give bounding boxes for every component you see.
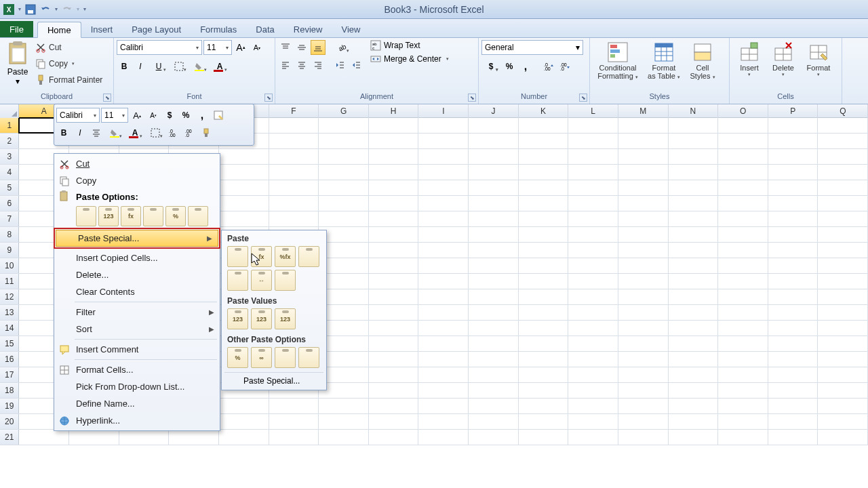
cell[interactable] <box>269 196 319 211</box>
mini-border-icon[interactable] <box>146 125 165 140</box>
cell[interactable] <box>568 180 618 195</box>
cell[interactable] <box>369 180 419 195</box>
cell[interactable] <box>669 243 719 258</box>
cell[interactable] <box>768 180 818 195</box>
ctx-sort[interactable]: Sort▶ <box>54 321 220 338</box>
mini-bold-icon[interactable]: B <box>56 125 71 140</box>
cell[interactable] <box>269 134 319 148</box>
cell[interactable] <box>818 367 868 382</box>
cell[interactable] <box>418 180 469 195</box>
cell[interactable] <box>418 336 469 351</box>
insert-cells-button[interactable]: Insert ▾ <box>732 40 766 79</box>
align-center-icon[interactable] <box>294 58 309 73</box>
cell[interactable] <box>418 414 469 429</box>
cell[interactable] <box>818 180 868 195</box>
cell[interactable] <box>669 321 719 336</box>
cell[interactable] <box>669 367 719 382</box>
row-header-17[interactable]: 17 <box>0 367 19 382</box>
cell[interactable] <box>469 227 519 242</box>
redo-icon[interactable] <box>61 3 73 16</box>
cell[interactable] <box>369 352 419 367</box>
cell[interactable] <box>469 399 519 413</box>
cell[interactable] <box>469 414 519 429</box>
select-all-corner[interactable] <box>0 104 19 118</box>
row-header-12[interactable]: 12 <box>0 289 19 304</box>
cell[interactable] <box>418 430 469 445</box>
format-painter-button[interactable]: Format Painter <box>35 73 102 87</box>
cell[interactable] <box>568 399 618 413</box>
format-as-table-button[interactable]: Format as Table ▾ <box>643 40 685 81</box>
mini-decrease-font-icon[interactable]: A▾ <box>146 108 161 123</box>
cell[interactable] <box>818 211 868 226</box>
sub-paste-special-dialog[interactable]: Paste Special... <box>224 372 323 388</box>
percent-format-icon[interactable]: % <box>502 59 517 74</box>
cell[interactable] <box>768 196 818 211</box>
align-top-icon[interactable] <box>278 40 293 55</box>
cell[interactable] <box>519 227 569 242</box>
column-header-M[interactable]: M <box>618 104 669 118</box>
cell[interactable] <box>369 430 419 445</box>
cell[interactable] <box>469 258 519 273</box>
cell[interactable] <box>718 227 768 242</box>
cell[interactable] <box>818 165 868 180</box>
cell[interactable] <box>618 367 669 382</box>
cell[interactable] <box>718 321 768 336</box>
cell[interactable] <box>618 243 669 258</box>
qat-customize[interactable]: ▾ <box>83 5 87 14</box>
bold-icon[interactable]: B <box>117 59 132 74</box>
increase-indent-icon[interactable] <box>349 58 363 73</box>
cell[interactable] <box>618 289 669 304</box>
cell[interactable] <box>519 118 569 133</box>
mini-italic-icon[interactable]: I <box>73 125 87 140</box>
cell[interactable] <box>618 118 669 133</box>
cell[interactable] <box>369 383 419 398</box>
ctx-copy[interactable]: Copy <box>54 172 220 189</box>
row-header-3[interactable]: 3 <box>0 149 19 164</box>
cell[interactable] <box>519 274 569 289</box>
cell[interactable] <box>718 367 768 382</box>
cell[interactable] <box>519 180 569 195</box>
cell[interactable] <box>418 165 469 180</box>
ctx-clear-contents[interactable]: Clear Contents <box>54 283 220 300</box>
paste-formulas-icon[interactable]: fx <box>121 206 141 226</box>
cell[interactable] <box>618 336 669 351</box>
ctx-hyperlink[interactable]: Hyperlink... <box>54 412 220 429</box>
format-cells-button[interactable]: Format ▾ <box>800 40 837 79</box>
cell[interactable] <box>418 196 469 211</box>
cell[interactable] <box>568 430 618 445</box>
cell[interactable] <box>369 414 419 429</box>
cell[interactable] <box>469 367 519 382</box>
column-header-H[interactable]: H <box>369 104 419 118</box>
cell[interactable] <box>618 352 669 367</box>
cell[interactable] <box>418 383 469 398</box>
tab-formulas[interactable]: Formulas <box>191 21 246 37</box>
cell[interactable] <box>718 258 768 273</box>
cell[interactable] <box>618 274 669 289</box>
cell[interactable] <box>469 211 519 226</box>
cell[interactable] <box>718 352 768 367</box>
cell[interactable] <box>618 180 669 195</box>
cell[interactable] <box>818 399 868 413</box>
row-header-8[interactable]: 8 <box>0 227 19 242</box>
cell[interactable] <box>219 149 269 164</box>
cell[interactable] <box>618 211 669 226</box>
sub-values-numfmt-icon[interactable]: 123 <box>251 308 272 329</box>
paste-all-icon[interactable] <box>76 206 96 226</box>
paste-values-icon[interactable]: 123 <box>98 206 119 226</box>
cell[interactable] <box>369 321 419 336</box>
cell[interactable] <box>568 274 618 289</box>
cell[interactable] <box>469 149 519 164</box>
qat-dropdown[interactable]: ▾ <box>18 5 22 14</box>
cell[interactable] <box>618 305 669 320</box>
cell[interactable] <box>568 165 618 180</box>
cell[interactable] <box>768 414 818 429</box>
number-dialog-launcher[interactable]: ⬊ <box>579 94 587 102</box>
cell[interactable] <box>568 134 618 148</box>
cell[interactable] <box>169 430 219 445</box>
cell[interactable] <box>319 211 369 226</box>
cell[interactable] <box>718 430 768 445</box>
cell[interactable] <box>618 134 669 148</box>
cell[interactable] <box>718 165 768 180</box>
cell[interactable] <box>768 243 818 258</box>
cell[interactable] <box>718 289 768 304</box>
